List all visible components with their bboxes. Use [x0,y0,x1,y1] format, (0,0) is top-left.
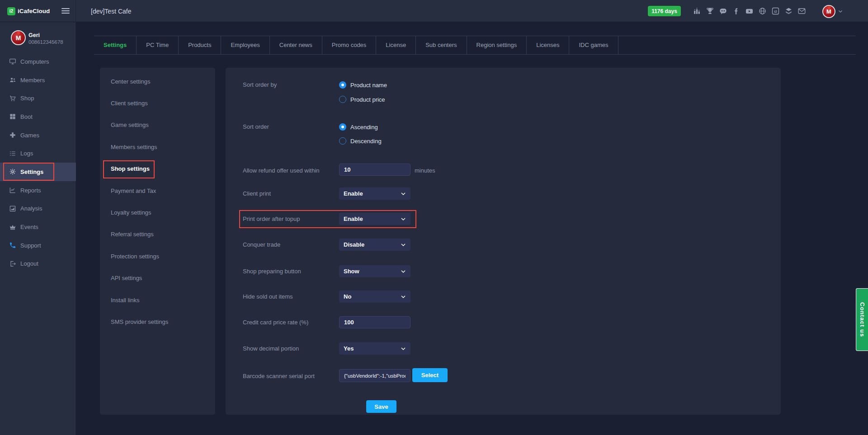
tab-idc-games[interactable]: IDC games [569,36,618,54]
menu-item-game-settings[interactable]: Game settings [100,114,215,136]
select-value: Enable [344,215,363,222]
chevron-down-icon[interactable] [838,9,843,14]
select-value: Disable [344,241,364,248]
chevron-down-icon [401,294,406,299]
sidebar: M Geri 008612345678 Computers Members Sh… [0,22,76,435]
tab-license[interactable]: License [376,36,416,54]
menu-item-members-settings[interactable]: Members settings [100,136,215,158]
discord-icon[interactable] [719,7,727,15]
sidebar-item-support[interactable]: Support [0,236,76,255]
menu-item-install-links[interactable]: Install links [100,289,215,311]
radio-unselected-icon[interactable] [339,96,346,103]
chevron-down-icon [401,346,406,351]
credit-card-price-rate-label: Credit card price rate (%) [243,318,308,327]
tab-employees[interactable]: Employees [221,36,269,54]
sidebar-user-name: Geri [28,32,40,38]
hide-sold-out-items-label: Hide sold out items [243,293,293,301]
sidebar-item-computers[interactable]: Computers [0,52,76,71]
globe-icon[interactable] [758,7,767,15]
sidebar-item-logout[interactable]: Logout [0,255,76,273]
mail-icon[interactable] [797,7,806,15]
client-print-select[interactable]: Enable [339,187,410,200]
radio-descending[interactable]: Descending [339,137,382,145]
barcode-scanner-serial-port-label: Barcode scanner serial port [243,372,315,380]
icafecloud-icon[interactable]: i2 [771,7,780,15]
radio-product-name[interactable]: Product name [339,81,387,89]
chevron-down-icon [401,242,406,248]
settings-menu-panel: Center settings Client settings Game set… [100,68,215,415]
radio-label: Descending [350,138,382,145]
show-decimal-portion-select[interactable]: Yes [339,342,410,355]
leaderboard-icon[interactable] [693,7,701,15]
tab-region-settings[interactable]: Region settings [467,36,527,54]
logo-text: iCafeCloud [18,8,50,14]
sidebar-item-label: Computers [20,58,49,65]
radio-selected-icon[interactable] [339,81,346,89]
tab-center-news[interactable]: Center news [270,36,322,54]
menu-item-payment-and-tax[interactable]: Payment and Tax [100,180,215,201]
sidebar-avatar: M [11,30,26,45]
radio-unselected-icon[interactable] [339,137,346,145]
menu-item-client-settings[interactable]: Client settings [100,92,215,114]
layers-icon[interactable] [784,7,793,15]
barcode-scanner-serial-port-input[interactable] [339,369,410,382]
select-value: Enable [344,190,363,197]
sidebar-item-boot[interactable]: Boot [0,108,76,126]
menu-item-center-settings[interactable]: Center settings [100,70,215,92]
tab-products[interactable]: Products [179,36,221,54]
tab-licenses[interactable]: Licenses [527,36,569,54]
allow-refund-input[interactable] [339,164,410,176]
print-order-after-topup-select[interactable]: Enable [339,213,410,225]
tab-settings[interactable]: Settings [94,36,137,54]
hide-sold-out-items-select[interactable]: No [339,290,410,303]
sidebar-item-logs[interactable]: Logs [0,144,76,163]
svg-text:i2: i2 [774,9,777,14]
sidebar-item-label: Logs [20,150,33,157]
tab-bar: Settings PC Time Products Employees Cent… [94,36,856,55]
menu-item-protection-settings[interactable]: Protection settings [100,245,215,267]
facebook-icon[interactable] [732,7,741,15]
menu-item-sms-provider-settings[interactable]: SMS provider settings [100,311,215,332]
sidebar-item-analysis[interactable]: Analysis [0,200,76,218]
license-days-badge[interactable]: 1176 days [648,6,681,16]
chevron-down-icon [401,216,406,222]
chevron-down-icon [401,191,406,196]
sidebar-item-members[interactable]: Members [0,71,76,89]
conquer-trade-label: Conquer trade [243,241,280,249]
radio-selected-icon[interactable] [339,123,346,131]
tab-sub-centers[interactable]: Sub centers [416,36,467,54]
contact-us-tab[interactable]: Contact us [856,288,868,351]
sidebar-item-reports[interactable]: Reports [0,181,76,200]
sort-order-by-label: Sort order by [243,81,277,89]
select-port-button[interactable]: Select [412,368,448,382]
radio-product-price[interactable]: Product price [339,96,385,103]
radio-ascending[interactable]: Ascending [339,123,378,131]
trophy-icon[interactable] [706,7,714,15]
menu-item-loyalty-settings[interactable]: Loyalty settings [100,201,215,223]
logo: i2 iCafeCloud [0,0,76,22]
tab-promo-codes[interactable]: Promo codes [322,36,377,54]
youtube-icon[interactable] [745,7,754,15]
sidebar-menu: Computers Members Shop Boot Games Logs S… [0,52,76,273]
allow-refund-label: Allow refund offer used within [243,167,320,175]
menu-item-shop-settings[interactable]: Shop settings [100,158,215,180]
sidebar-item-label: Members [20,77,45,84]
user-avatar[interactable]: M [822,5,835,18]
credit-card-price-rate-input[interactable] [339,316,410,328]
save-button[interactable]: Save [366,400,396,413]
shop-preparing-button-select[interactable]: Show [339,265,410,277]
menu-item-api-settings[interactable]: API settings [100,267,215,289]
tab-pc-time[interactable]: PC Time [137,36,179,54]
hamburger-menu-icon[interactable] [61,8,70,15]
sidebar-item-shop[interactable]: Shop [0,89,76,108]
sidebar-item-games[interactable]: Games [0,126,76,145]
menu-item-referral-settings[interactable]: Referral settings [100,224,215,245]
monitor-icon [9,58,16,65]
conquer-trade-select[interactable]: Disable [339,239,410,251]
sidebar-item-events[interactable]: Events [0,218,76,236]
windows-icon [9,113,16,120]
sidebar-item-settings[interactable]: Settings [0,163,76,181]
sidebar-item-label: Reports [20,187,41,194]
radio-label: Ascending [350,124,378,131]
print-order-after-topup-label: Print order after topup [243,215,300,223]
